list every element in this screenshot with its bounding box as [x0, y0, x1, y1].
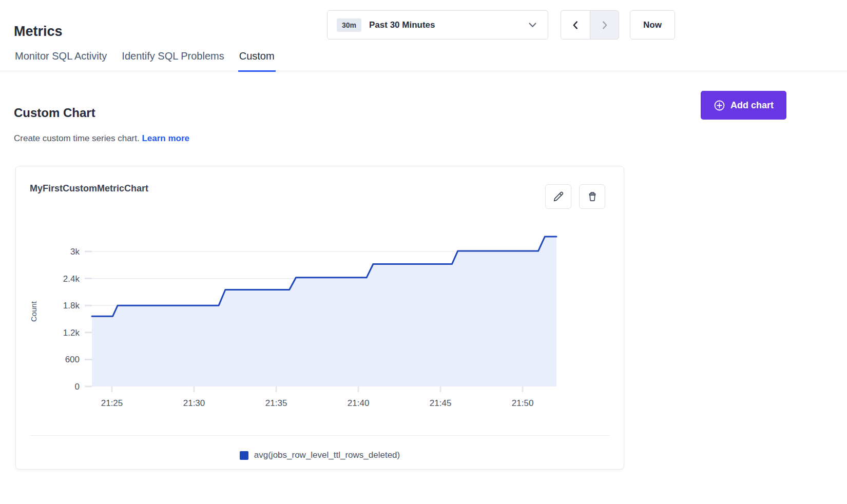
- svg-text:600: 600: [65, 355, 80, 364]
- chevron-down-icon: [529, 23, 536, 28]
- legend-series-label: avg(jobs_row_level_ttl_rows_deleted): [254, 450, 400, 460]
- chart-legend-item[interactable]: avg(jobs_row_level_ttl_rows_deleted): [16, 450, 624, 460]
- svg-text:21:45: 21:45: [430, 398, 452, 408]
- add-chart-button[interactable]: Add chart: [701, 91, 786, 120]
- time-range-badge: 30m: [337, 18, 361, 32]
- svg-text:21:30: 21:30: [183, 398, 205, 408]
- plus-circle-icon: [714, 100, 725, 111]
- previous-timeframe-button[interactable]: [561, 10, 590, 40]
- custom-metric-chart-card: MyFirstCustomMetricChart 06001.2k1.8k2.4…: [15, 166, 624, 470]
- svg-text:3k: 3k: [70, 247, 80, 257]
- section-subtitle: Create custom time series chart. Learn m…: [14, 133, 189, 144]
- svg-text:1.8k: 1.8k: [63, 301, 80, 311]
- chevron-left-icon: [570, 20, 581, 31]
- legend-color-swatch: [240, 451, 248, 460]
- time-range-label: Past 30 Minutes: [369, 20, 521, 30]
- metrics-tab-bar: Monitor SQL Activity Identify SQL Proble…: [0, 50, 847, 71]
- tab-identify-sql-problems[interactable]: Identify SQL Problems: [121, 50, 225, 72]
- svg-text:21:35: 21:35: [265, 398, 287, 408]
- svg-text:21:40: 21:40: [348, 398, 370, 408]
- svg-text:21:50: 21:50: [512, 398, 534, 408]
- svg-text:21:25: 21:25: [101, 398, 123, 408]
- now-button[interactable]: Now: [630, 10, 675, 40]
- subtitle-text: Create custom time series chart.: [14, 133, 140, 143]
- add-chart-button-label: Add chart: [730, 100, 774, 111]
- learn-more-link[interactable]: Learn more: [142, 133, 189, 143]
- svg-text:2.4k: 2.4k: [63, 274, 80, 284]
- custom-chart-svg[interactable]: 06001.2k1.8k2.4k3k21:2521:3021:3521:4021…: [16, 166, 625, 470]
- page-title: Metrics: [14, 24, 63, 40]
- svg-text:0: 0: [75, 382, 80, 392]
- tab-custom[interactable]: Custom: [238, 50, 276, 72]
- custom-chart-heading: Custom Chart: [14, 106, 95, 120]
- svg-text:Count: Count: [29, 301, 38, 322]
- time-range-dropdown[interactable]: 30m Past 30 Minutes: [327, 10, 548, 40]
- next-timeframe-button[interactable]: [590, 10, 619, 40]
- time-step-controls: [561, 10, 619, 40]
- svg-text:1.2k: 1.2k: [63, 328, 80, 338]
- chevron-right-icon: [599, 20, 610, 31]
- tab-monitor-sql-activity[interactable]: Monitor SQL Activity: [14, 50, 108, 72]
- card-divider: [30, 435, 609, 436]
